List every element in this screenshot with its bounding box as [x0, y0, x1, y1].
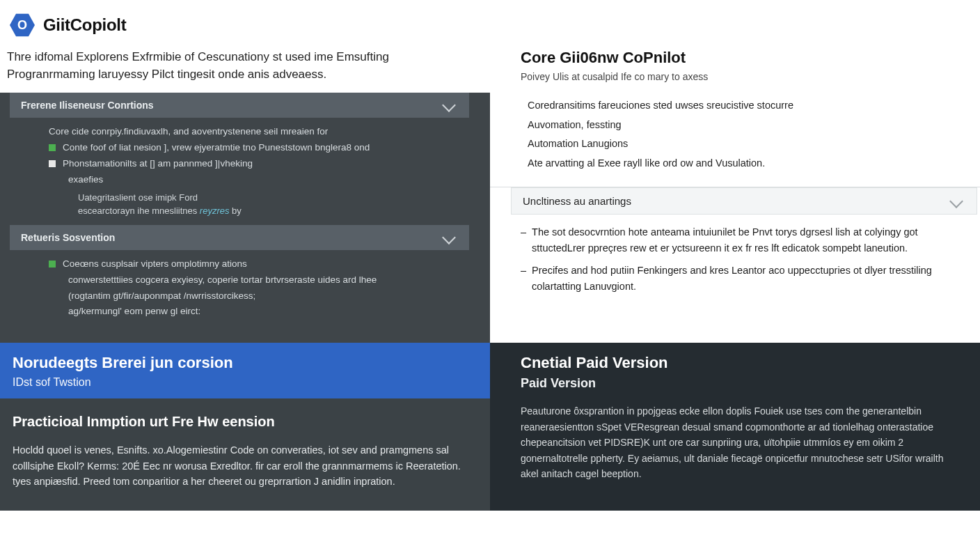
- chevron-down-icon: [442, 231, 456, 245]
- accordion-body: –The sot desocvrntion hote anteama intui…: [490, 215, 980, 313]
- feature-list: Coredransitims fareuciones sted uwses sr…: [490, 89, 980, 183]
- tree-section-frerene[interactable]: Frerene Iliseneusr Conrtions: [10, 93, 469, 118]
- feature-item: Coredransitims fareuciones sted uwses sr…: [528, 96, 966, 116]
- free-version-body-text: Hocldd quoel is venes, Esnifts. xo.Aloge…: [13, 442, 475, 489]
- dash-icon: –: [521, 224, 526, 256]
- tree-section-title: Frerene Iliseneusr Conrtions: [21, 100, 154, 111]
- bullet-green-icon: [49, 144, 56, 151]
- tree-body-1: Core cide conrpiy.findiuvaxlh, and aoven…: [0, 118, 490, 223]
- tree-subline-text: Uategritaslient ose imipk Fordescearctor…: [78, 192, 242, 216]
- tree-line: Coeœns cusplsair vipters omplotimny atio…: [63, 257, 247, 272]
- paid-version-panel: Cnetial Paid Version Paid Version Peautu…: [490, 343, 980, 510]
- free-version-header: Norudeegts Brerei jun corsion IDst sof T…: [0, 343, 490, 398]
- tree-line: (rogtantim gt/fir/auponmpat /nwrrisstorc…: [68, 289, 255, 304]
- tree-line: conwerstetttiies cogcera exyiesy, coperi…: [68, 273, 377, 288]
- tree-line: Conte foof of liat nesion ], vrew ejyera…: [63, 141, 370, 155]
- chevron-down-icon: [442, 98, 456, 112]
- feature-item: Ate arvatting al Exee rayll like ord ow …: [528, 154, 966, 173]
- tree-section-retueris[interactable]: Retueris Sosvention: [10, 225, 469, 250]
- logo-letter: O: [17, 18, 27, 33]
- tree-line: Phonstamationilts at [] am pannmed ]|vhe…: [63, 157, 253, 171]
- tree-panel: Frerene Iliseneusr Conrtions Core cide c…: [0, 93, 490, 343]
- app-logo: O: [10, 13, 35, 38]
- app-brand: GiitCopiolt: [43, 15, 126, 35]
- free-version-body-title: Practicioal Inmption urt Fre Hw eension: [13, 411, 475, 433]
- bullet-green-icon: [49, 261, 56, 268]
- intro-text: Thre idfomal Explorens Exfrmibie of Cesc…: [0, 45, 473, 93]
- paid-version-subtitle: Paid Version: [521, 376, 963, 391]
- tree-body-2: Coeœns cusplsair vipters omplotimny atio…: [0, 250, 490, 327]
- core-title: Core Gii06nw CoPnilot: [521, 49, 966, 67]
- accordion-uncltiness[interactable]: Uncltiness au anartings: [511, 187, 977, 215]
- tree-line: Core cide conrpiy.findiuvaxlh, and aoven…: [49, 125, 328, 139]
- tree-line: ag/kermungl' eom penw gl eirct:: [68, 304, 200, 319]
- free-version-subtitle: IDst sof Twstion: [13, 376, 477, 389]
- tree-section-title: Retueris Sosvention: [21, 232, 115, 243]
- tree-inline-link[interactable]: reyzres: [200, 206, 230, 216]
- feature-item: Automation Lanugions: [528, 134, 966, 154]
- accordion-item: The sot desocvrntion hote anteama intuiu…: [532, 224, 966, 256]
- dash-icon: –: [521, 263, 526, 294]
- bullet-white-icon: [49, 160, 56, 167]
- accordion-item: Precifes and hod putiin Fenkingers and k…: [532, 263, 966, 294]
- paid-version-text: Peauturone ôxsprantion in ppojgeas ecke …: [521, 403, 963, 481]
- paid-version-title: Cnetial Paid Version: [521, 354, 963, 372]
- accordion-title: Uncltiness au anartings: [523, 195, 631, 207]
- free-version-body: Practicioal Inmption urt Fre Hw eension …: [0, 398, 490, 510]
- feature-item: Auvomation, fessting: [528, 116, 966, 135]
- tree-line: exaefies: [68, 173, 103, 187]
- free-version-title: Norudeegts Brerei jun corsion: [13, 354, 477, 372]
- app-header: O GiitCopiolt: [0, 0, 980, 45]
- core-subtitle: Poivey Ulis at cusalpid Ife co mary to a…: [521, 71, 966, 82]
- chevron-down-icon: [949, 194, 963, 208]
